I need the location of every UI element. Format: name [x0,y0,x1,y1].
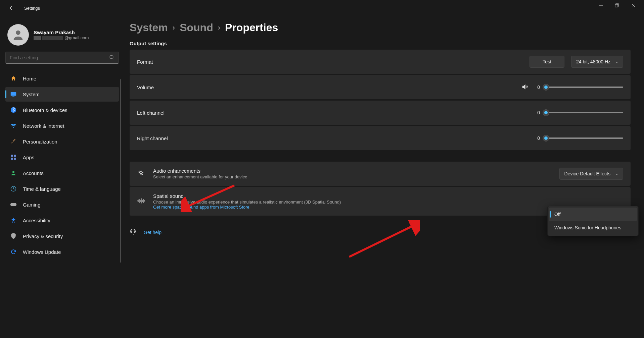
svg-point-16 [13,218,14,219]
shield-icon [10,233,17,239]
spatial-audio-icon [137,198,146,205]
right-channel-slider[interactable]: 0 [535,135,623,141]
flyout-label: Windows Sonic for Headphones [554,225,621,230]
get-help-label: Get help [144,230,162,235]
nav-label: Bluetooth & devices [23,107,67,113]
nav-label: Gaming [23,202,41,208]
nav-item-personalization[interactable]: Personalization [5,134,119,149]
svg-point-8 [11,107,16,113]
nav-label: Apps [23,155,34,160]
svg-rect-7 [12,96,14,97]
spatial-sound-store-link[interactable]: Get more spatial sound apps from Microso… [153,205,341,210]
nav-label: Privacy & security [23,233,63,239]
volume-mute-icon[interactable] [522,83,528,91]
search-input[interactable] [10,55,109,60]
chevron-down-icon: ⌄ [615,60,618,64]
gamepad-icon [10,201,17,208]
setting-row-format: Format Test 24 bit, 48000 Hz ⌄ [130,50,631,74]
chevron-right-icon: › [218,23,220,32]
setting-row-audio-enhancements: Audio enhancements Select an enhancement… [130,162,631,186]
bluetooth-icon [10,107,17,113]
account-header[interactable]: Swayam Prakash @gmail.com [5,21,119,52]
nav-item-privacy[interactable]: Privacy & security [5,229,119,243]
flyout-label: Off [554,212,560,217]
svg-rect-22 [142,200,143,202]
update-icon [10,248,17,255]
audio-enhancements-title: Audio enhancements [153,168,247,174]
nav-label: Network & internet [23,123,64,129]
flyout-item-windows-sonic[interactable]: Windows Sonic for Headphones [549,221,637,234]
minimize-button[interactable] [593,0,609,11]
nav-label: Personalization [23,139,57,145]
test-button[interactable]: Test [530,56,564,68]
titlebar: Settings [0,0,644,16]
svg-rect-19 [139,199,140,203]
audio-enhancements-dropdown[interactable]: Device Default Effects ⌄ [559,168,623,180]
redacted-text [42,36,63,40]
brush-icon [10,138,17,145]
svg-rect-21 [141,199,142,204]
nav-label: System [23,92,40,97]
search-box[interactable] [5,52,119,64]
wifi-icon [10,122,17,129]
breadcrumb-sound[interactable]: Sound [180,21,213,34]
setting-row-left-channel: Left channel 0 [130,101,631,125]
nav-item-apps[interactable]: Apps [5,150,119,165]
svg-rect-17 [137,201,138,202]
left-channel-label: Left channel [137,110,165,116]
svg-rect-6 [11,92,16,96]
nav-item-bluetooth[interactable]: Bluetooth & devices [5,103,119,117]
search-icon [109,55,114,61]
nav-label: Home [23,76,36,81]
chevron-right-icon: › [173,23,175,32]
spatial-sound-title: Spatial sound [153,193,341,199]
volume-slider[interactable]: 0 [535,84,623,90]
svg-rect-9 [11,155,13,157]
svg-line-5 [113,58,114,60]
nav-label: Time & language [23,186,61,192]
nav-label: Accounts [23,170,44,176]
setting-row-volume: Volume 0 [130,75,631,99]
flyout-item-off[interactable]: Off [549,208,637,221]
left-channel-slider[interactable]: 0 [535,110,623,115]
svg-rect-24 [144,200,145,202]
right-channel-label: Right channel [137,135,168,141]
svg-rect-20 [140,200,141,202]
nav-item-windows-update[interactable]: Windows Update [5,244,119,259]
format-dropdown[interactable]: 24 bit, 48000 Hz ⌄ [571,56,623,68]
accessibility-icon [10,217,17,224]
nav-item-system[interactable]: System [5,87,119,102]
svg-rect-2 [615,4,618,7]
breadcrumb: System › Sound › Properties [130,21,631,34]
nav-label: Windows Update [23,249,61,255]
svg-point-13 [12,171,14,173]
nav-item-accessibility[interactable]: Accessibility [5,213,119,228]
maximize-button[interactable] [609,0,625,11]
audio-enhancements-value: Device Default Effects [564,171,610,176]
close-button[interactable] [625,0,641,11]
svg-rect-12 [14,158,16,160]
left-channel-value: 0 [535,110,540,115]
svg-point-3 [16,31,20,35]
chevron-down-icon: ⌄ [615,172,618,176]
nav-item-time-language[interactable]: Time & language [5,181,119,196]
breadcrumb-system[interactable]: System [130,21,168,34]
svg-rect-23 [143,199,144,203]
account-email: @gmail.com [34,35,89,40]
setting-row-right-channel: Right channel 0 [130,126,631,150]
apps-icon [10,154,17,161]
nav-item-gaming[interactable]: Gaming [5,197,119,212]
nav-label: Accessibility [23,218,50,223]
volume-label: Volume [137,84,154,90]
nav-item-accounts[interactable]: Accounts [5,166,119,180]
system-icon [10,91,17,98]
window-controls [593,0,641,16]
svg-point-4 [110,55,113,59]
sparkle-icon [137,170,146,178]
back-button[interactable] [5,2,17,14]
account-name: Swayam Prakash [34,30,89,35]
nav-item-network[interactable]: Network & internet [5,118,119,133]
nav-item-home[interactable]: Home [5,71,119,86]
nav-list: Home System Bluetooth & devices Network … [5,71,119,259]
right-channel-value: 0 [535,135,540,141]
